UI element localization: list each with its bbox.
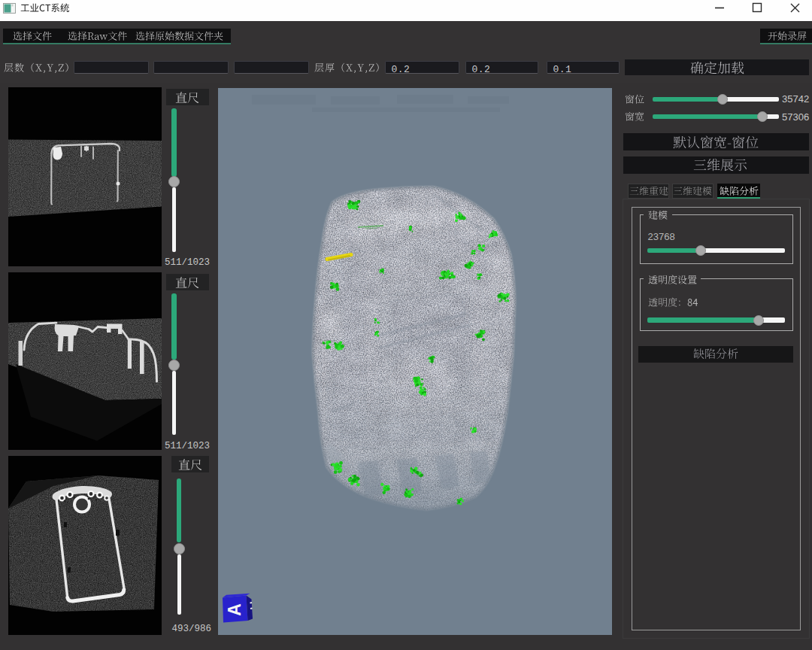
- svg-text:A: A: [224, 603, 244, 616]
